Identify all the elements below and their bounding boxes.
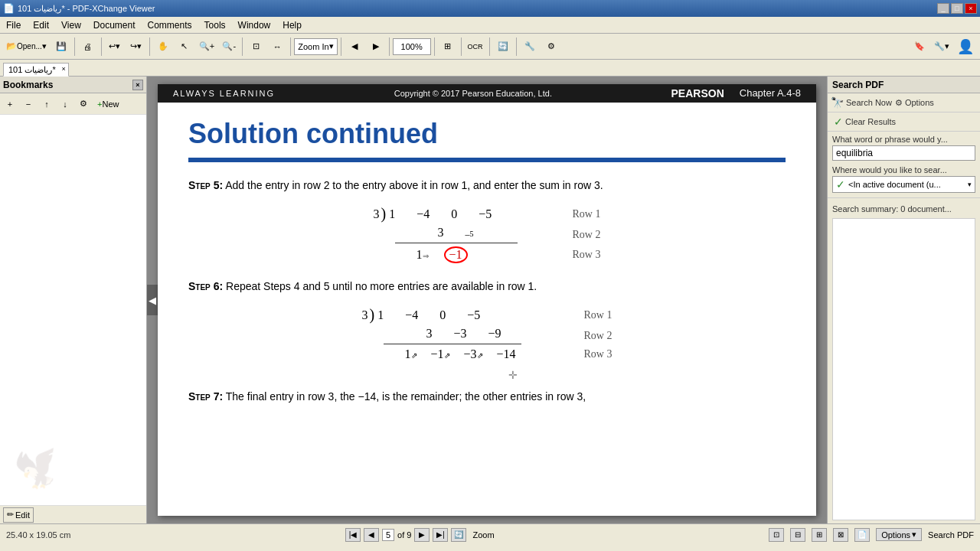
bm-expand[interactable]: +: [2, 96, 18, 112]
bookmarks-close-button[interactable]: ×: [132, 80, 143, 90]
user-icon[interactable]: 👤: [954, 37, 977, 57]
view-mode-1[interactable]: ⊡: [769, 528, 784, 542]
search-input[interactable]: [832, 145, 975, 161]
menu-window[interactable]: Window: [232, 18, 277, 32]
bm-settings[interactable]: ⚙: [75, 96, 92, 112]
pdf-page-header: ALWAYS LEARNING Copyright © 2017 Pearson…: [158, 84, 816, 103]
zoom-out-button[interactable]: 🔍-: [219, 37, 239, 57]
refresh-button[interactable]: 🔄: [493, 37, 513, 57]
open-button[interactable]: 📂 Open... ▾: [3, 37, 50, 57]
zoom-in-button[interactable]: 🔍+: [196, 37, 217, 57]
step5: Step 5: Add the entry in row 2 to the en…: [188, 178, 786, 194]
view-mode-3[interactable]: ⊞: [812, 528, 827, 542]
close-button[interactable]: ×: [965, 3, 977, 14]
view-mode-4[interactable]: ⊠: [833, 528, 848, 542]
search-results-area: [832, 218, 975, 520]
actual-size[interactable]: ⊞: [438, 37, 458, 57]
red-bookmark[interactable]: 🔖: [910, 37, 929, 57]
main-toolbar: 📂 Open... ▾ 💾 🖨 ↩▾ ↪▾ ✋ ↖ 🔍+ 🔍- ⊡ ↔ Zoom…: [0, 34, 980, 60]
options-button[interactable]: Options ▾: [876, 528, 922, 541]
menu-view[interactable]: View: [55, 18, 87, 32]
step5-row1-label: Row 1: [573, 208, 601, 220]
print-button[interactable]: 🖨: [78, 37, 98, 57]
zoom-in-dropdown[interactable]: Zoom In ▾: [294, 38, 337, 55]
bm-down[interactable]: ↓: [57, 96, 74, 112]
header-right: PEARSON Chapter A.4-8: [671, 87, 801, 99]
clear-results-button[interactable]: ✓ Clear Results: [831, 114, 977, 129]
view-mode-2[interactable]: ⊟: [790, 528, 805, 542]
next-page[interactable]: ▶: [366, 37, 386, 57]
step6-math-content: 3 ) 1 −4 0 −5 Row 1: [362, 306, 612, 361]
step5-row2: 3 _5 Row 2: [374, 226, 601, 243]
extra-tools[interactable]: 🔧▾: [931, 37, 952, 57]
ocr-button[interactable]: OCR: [465, 37, 486, 57]
zoom-level[interactable]: 100%: [393, 38, 431, 55]
step5-label: Step 5:: [188, 179, 223, 191]
select-tool[interactable]: ↖: [175, 37, 194, 57]
step6-math: 3 ) 1 −4 0 −5 Row 1: [188, 306, 786, 361]
right-panel: Search PDF 🔭 Search Now ⚙ Options ✓ Clea…: [827, 77, 980, 523]
clear-icon: ✓: [834, 116, 843, 128]
page-total: of 9: [397, 530, 411, 540]
step6: Step 6: Repeat Steps 4 and 5 until no mo…: [188, 279, 786, 295]
menu-edit[interactable]: Edit: [27, 18, 55, 32]
next-page-button[interactable]: ▶: [414, 528, 430, 542]
step7-text: The final entry in row 3, the −14, is th…: [226, 390, 586, 403]
save-button[interactable]: 💾: [51, 37, 71, 57]
maximize-button[interactable]: □: [951, 3, 963, 14]
pdf-content: Solution continued Step 5: Add the entry…: [158, 103, 816, 432]
step7: Step 7: The final entry in row 3, the −1…: [188, 389, 786, 405]
pdf-scroll[interactable]: ALWAYS LEARNING Copyright © 2017 Pearson…: [147, 77, 827, 523]
window-controls: _ □ ×: [937, 3, 977, 14]
refresh-nav-button[interactable]: 🔄: [451, 528, 466, 542]
bm-up[interactable]: ↑: [38, 96, 55, 112]
fit-width[interactable]: ↔: [267, 37, 287, 57]
tab-close-icon[interactable]: ×: [61, 65, 65, 73]
bookmarks-footer: ✏ Edit: [0, 505, 146, 523]
undo-button[interactable]: ↩▾: [105, 37, 125, 57]
fit-page[interactable]: ⊡: [246, 37, 266, 57]
tools-button[interactable]: 🔧: [520, 37, 540, 57]
tab-bar: 101 ریاضیات* ×: [0, 60, 980, 77]
step6-row2: 3 −3 −9 Row 2: [362, 327, 612, 344]
header-left: ALWAYS LEARNING: [173, 89, 275, 98]
prev-page[interactable]: ◀: [345, 37, 364, 57]
document-tab[interactable]: 101 ریاضیات* ×: [3, 63, 69, 77]
menu-help[interactable]: Help: [276, 18, 308, 32]
settings-button[interactable]: ⚙: [541, 37, 561, 57]
search-options-button[interactable]: ⚙ Options: [895, 98, 934, 108]
solution-title: Solution continued: [188, 118, 786, 150]
menu-document[interactable]: Document: [87, 18, 142, 32]
bm-collapse[interactable]: −: [20, 96, 37, 112]
prev-page-button[interactable]: ◀: [364, 528, 379, 542]
current-page[interactable]: 5: [382, 529, 394, 541]
step5-math: 3 ) 1 −4 0 −5 Row 1: [188, 205, 786, 263]
first-page-button[interactable]: |◀: [345, 528, 361, 542]
edit-bookmark-button[interactable]: ✏ Edit: [3, 507, 34, 523]
where-dropdown[interactable]: ✓ <In active document (u... ▾: [832, 176, 975, 193]
menu-file[interactable]: File: [0, 18, 27, 32]
search-now-button[interactable]: 🔭 Search Now: [831, 96, 892, 109]
bookmarks-panel-header: Bookmarks ×: [0, 77, 146, 93]
search-panel-header: Search PDF: [828, 77, 980, 93]
last-page-button[interactable]: ▶|: [433, 528, 448, 542]
menu-tools[interactable]: Tools: [198, 18, 232, 32]
step6-row1-label: Row 1: [584, 309, 612, 321]
search-summary: Search summary: 0 document...: [828, 197, 980, 215]
step6-row1: 3 ) 1 −4 0 −5 Row 1: [362, 306, 612, 324]
view-mode-5[interactable]: 📄: [854, 528, 870, 542]
pdf-nav-left[interactable]: ◀: [147, 285, 158, 315]
step5-row1: 3 ) 1 −4 0 −5 Row 1: [374, 205, 601, 223]
main-layout: Bookmarks × + − ↑ ↓ ⚙ + New 🦅 ✏ Edit: [0, 77, 980, 523]
bookmarks-toolbar: + − ↑ ↓ ⚙ + New: [0, 93, 146, 115]
clear-results-row: ✓ Clear Results: [828, 112, 980, 132]
hand-tool[interactable]: ✋: [153, 37, 173, 57]
search-what-label: What word or phrase would y...: [828, 132, 980, 145]
step5-row3-label: Row 3: [573, 249, 601, 261]
page-navigation: |◀ ◀ 5 of 9 ▶ ▶| 🔄 Zoom: [345, 528, 495, 542]
redo-button[interactable]: ↪▾: [126, 37, 146, 57]
new-bookmark-button[interactable]: + New: [93, 96, 122, 112]
minimize-button[interactable]: _: [937, 3, 949, 14]
menu-comments[interactable]: Comments: [142, 18, 198, 32]
dropdown-arrow-icon: ▾: [968, 181, 972, 188]
